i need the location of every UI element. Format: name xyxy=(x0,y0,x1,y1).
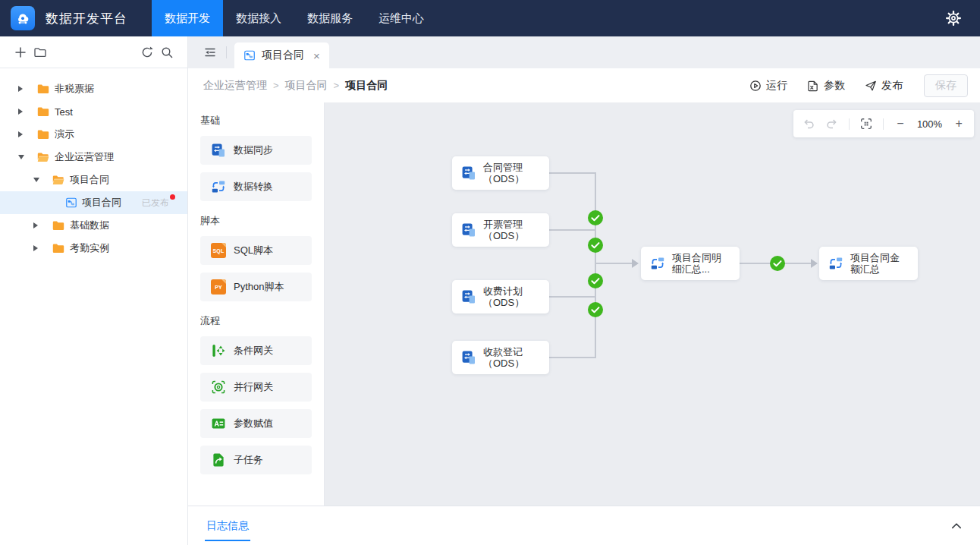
arrowhead-icon xyxy=(632,259,639,268)
sidebar-toolbar xyxy=(0,36,187,68)
app-title: 数据开发平台 xyxy=(46,10,127,27)
breadcrumb-separator: > xyxy=(334,80,340,91)
folder-icon xyxy=(36,128,50,141)
nav-item-data-service[interactable]: 数据服务 xyxy=(294,0,366,36)
sql-file-icon: SQL xyxy=(211,243,226,258)
nav-item-data-dev[interactable]: 数据开发 xyxy=(152,0,223,36)
data-sync-icon xyxy=(461,350,476,365)
success-check-icon xyxy=(588,210,603,225)
folder-icon xyxy=(52,241,65,255)
caret-collapsed-icon[interactable] xyxy=(18,109,29,115)
success-check-icon xyxy=(588,302,603,317)
status-badge-published: 已发布 xyxy=(142,197,177,209)
tree-item-folder-expanded[interactable]: 项目合同 xyxy=(0,169,187,191)
nav-item-ops-center[interactable]: 运维中心 xyxy=(366,0,437,36)
tree-item-folder[interactable]: 考勤实例 xyxy=(0,237,187,260)
redo-icon[interactable] xyxy=(825,117,839,131)
close-icon[interactable]: × xyxy=(313,50,320,61)
tab-log-info[interactable]: 日志信息 xyxy=(205,506,250,545)
palette-section-title: 基础 xyxy=(200,113,312,128)
caret-expanded-icon[interactable] xyxy=(33,178,44,182)
new-folder-icon[interactable] xyxy=(30,43,50,62)
add-icon[interactable] xyxy=(11,43,30,62)
canvas-toolbar: − 100% + xyxy=(793,110,974,137)
red-dot-badge xyxy=(170,194,175,200)
main-nav: 数据开发 数据接入 数据服务 运维中心 xyxy=(152,0,437,36)
caret-collapsed-icon[interactable] xyxy=(33,222,44,228)
tree-item-folder[interactable]: Test xyxy=(0,100,187,123)
breadcrumb-item[interactable]: 项目合同 xyxy=(285,79,328,93)
tree-item-folder[interactable]: 非税票据 xyxy=(0,77,187,100)
publish-button[interactable]: 发布 xyxy=(865,79,903,93)
flow-edge xyxy=(549,172,595,174)
params-button[interactable]: 参数 xyxy=(807,79,845,93)
chevron-up-icon[interactable] xyxy=(950,519,963,533)
tree-item-folder-expanded[interactable]: 企业运营管理 xyxy=(0,146,187,169)
flow-node-payment-register[interactable]: 收款登记（ODS） xyxy=(452,341,549,374)
caret-collapsed-icon[interactable] xyxy=(18,131,29,137)
editor-tabbar: 项目合同 × xyxy=(188,36,980,68)
flow-node-contract-detail-summary[interactable]: 项目合同明细汇总... xyxy=(641,247,740,280)
flow-canvas[interactable]: − 100% + xyxy=(325,102,980,506)
run-button[interactable]: 运行 xyxy=(749,79,787,93)
palette-item-subtask[interactable]: 子任务 xyxy=(200,446,312,474)
zoom-in-icon[interactable]: + xyxy=(952,118,966,130)
success-check-icon xyxy=(588,238,603,253)
flow-node-contract-mgmt[interactable]: 合同管理（ODS） xyxy=(452,156,549,190)
python-file-icon: PY xyxy=(211,279,226,295)
palette-item-python-script[interactable]: PY Python脚本 xyxy=(200,272,312,301)
palette-section-title: 流程 xyxy=(200,313,312,329)
flow-edge xyxy=(549,229,595,231)
folder-open-icon xyxy=(52,173,65,187)
tree-item-folder[interactable]: 基础数据 xyxy=(0,214,187,237)
tree-item-task-selected[interactable]: 项目合同 已发布 xyxy=(0,191,187,214)
palette-item-data-transform[interactable]: 数据转换 xyxy=(200,172,312,201)
palette-item-data-sync[interactable]: 数据同步 xyxy=(200,136,312,165)
component-palette: 基础 数据同步 数据转换 脚本 SQL SQL脚本 xyxy=(188,102,325,506)
data-sync-icon xyxy=(461,222,476,238)
flow-edge xyxy=(549,357,595,358)
palette-item-parallel-gateway[interactable]: 并行网关 xyxy=(200,373,312,402)
fit-view-icon[interactable] xyxy=(859,117,873,131)
collapse-sidebar-icon[interactable] xyxy=(203,46,217,59)
data-transform-icon xyxy=(211,179,226,194)
tab-project-contract[interactable]: 项目合同 × xyxy=(234,43,329,68)
data-sync-icon xyxy=(461,289,476,304)
zoom-out-icon[interactable]: − xyxy=(894,118,907,130)
file-tree: 非税票据 Test 演示 企业运营管理 xyxy=(0,68,187,260)
breadcrumb-separator: > xyxy=(273,80,279,91)
action-toolbar: 企业运营管理 > 项目合同 > 项目合同 运行 参数 xyxy=(188,68,980,102)
zoom-level: 100% xyxy=(917,118,942,130)
palette-item-condition-gateway[interactable]: 条件网关 xyxy=(200,336,312,365)
breadcrumb: 企业运营管理 > 项目合同 > 项目合同 xyxy=(203,79,388,93)
flow-node-contract-amount-summary[interactable]: 项目合同金额汇总 xyxy=(819,247,918,280)
flow-edge xyxy=(595,263,633,264)
nav-item-data-ingest[interactable]: 数据接入 xyxy=(223,0,294,36)
undo-icon[interactable] xyxy=(802,117,815,131)
caret-collapsed-icon[interactable] xyxy=(33,245,44,251)
refresh-icon[interactable] xyxy=(137,43,157,62)
palette-item-sql-script[interactable]: SQL SQL脚本 xyxy=(200,236,312,265)
flow-node-invoice-mgmt[interactable]: 开票管理（ODS） xyxy=(452,213,549,247)
tree-item-folder[interactable]: 演示 xyxy=(0,123,187,146)
flow-doc-icon xyxy=(65,197,77,209)
caret-collapsed-icon[interactable] xyxy=(18,86,29,92)
tab-label: 项目合同 xyxy=(262,49,304,62)
breadcrumb-item[interactable]: 企业运营管理 xyxy=(203,79,267,93)
subtask-icon xyxy=(211,452,226,468)
flow-edge-bus xyxy=(595,172,596,358)
palette-section-title: 脚本 xyxy=(200,213,312,228)
caret-expanded-icon[interactable] xyxy=(18,155,29,159)
flow-node-fee-plan[interactable]: 收费计划（ODS） xyxy=(452,280,549,313)
folder-icon xyxy=(52,219,65,232)
flow-edge xyxy=(549,296,595,298)
search-icon[interactable] xyxy=(157,43,177,62)
top-navbar: 数据开发平台 数据开发 数据接入 数据服务 运维中心 xyxy=(0,0,980,36)
palette-item-param-assign[interactable]: 参数赋值 xyxy=(200,409,312,438)
settings-gear-icon[interactable] xyxy=(945,10,962,27)
toolbar-actions: 运行 参数 发布 保存 xyxy=(749,74,968,97)
save-button[interactable]: 保存 xyxy=(924,74,968,97)
paper-plane-icon xyxy=(865,80,877,92)
workspace: 基础 数据同步 数据转换 脚本 SQL SQL脚本 xyxy=(188,102,980,506)
sidebar: 非税票据 Test 演示 企业运营管理 xyxy=(0,36,188,545)
